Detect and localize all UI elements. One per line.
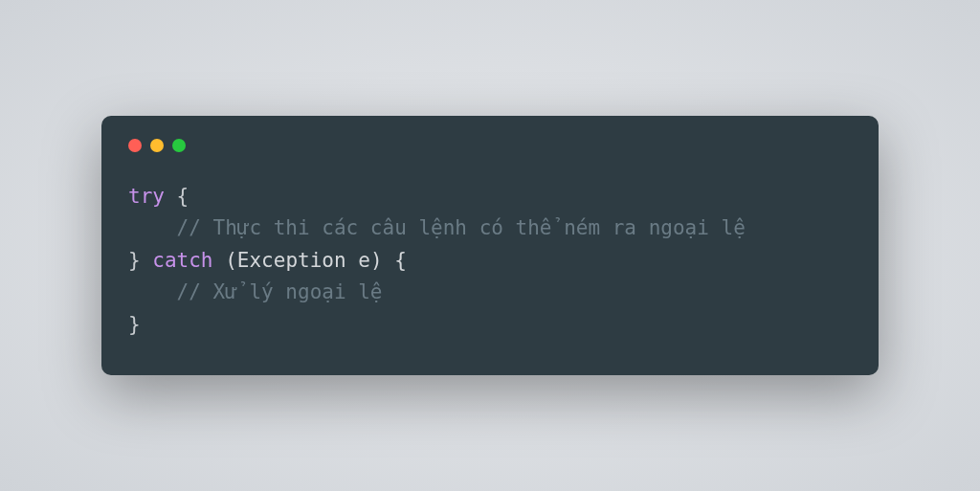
indent [128, 216, 177, 239]
code-line-3: } catch (Exception e) { [128, 245, 852, 278]
code-line-2: // Thực thi các câu lệnh có thể ném ra n… [128, 212, 852, 245]
keyword-try: try [128, 185, 165, 208]
minimize-icon[interactable] [150, 139, 164, 152]
window-controls [128, 139, 852, 152]
indent [128, 280, 177, 303]
brace-close-final: } [128, 313, 141, 336]
comment-2: // Xử lý ngoại lệ [177, 280, 383, 303]
exception-type: Exception e [237, 249, 370, 272]
paren-open: ( [213, 249, 237, 272]
close-icon[interactable] [128, 139, 142, 152]
brace-close: } [128, 249, 152, 272]
code-block: try { // Thực thi các câu lệnh có thể né… [128, 181, 852, 342]
code-line-1: try { [128, 181, 852, 213]
brace-open: { [165, 185, 189, 208]
code-line-5: } [128, 309, 852, 342]
code-window: try { // Thực thi các câu lệnh có thể né… [101, 116, 879, 376]
maximize-icon[interactable] [172, 139, 186, 152]
keyword-catch: catch [152, 249, 212, 272]
comment-1: // Thực thi các câu lệnh có thể ném ra n… [177, 216, 746, 239]
paren-close: ) { [370, 249, 407, 272]
code-line-4: // Xử lý ngoại lệ [128, 277, 852, 309]
